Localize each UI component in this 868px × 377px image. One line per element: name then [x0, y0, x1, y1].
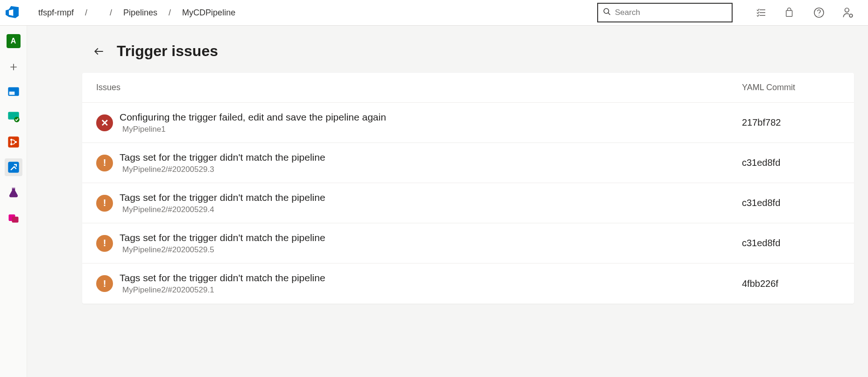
search-icon: [603, 7, 611, 18]
svg-rect-14: [8, 136, 19, 147]
column-header-commit[interactable]: YAML Commit: [742, 83, 840, 92]
table-row[interactable]: !Tags set for the trigger didn't match t…: [82, 223, 854, 263]
column-header-issues[interactable]: Issues: [96, 83, 742, 92]
issue-subtitle: MyPipeline1: [120, 125, 742, 134]
project-avatar: A: [7, 34, 21, 48]
breadcrumb: tfspf-rmpf / / Pipelines / MyCDPipeline: [38, 8, 235, 18]
top-bar-left: tfspf-rmpf / / Pipelines / MyCDPipeline: [6, 6, 235, 19]
issue-title: Tags set for the trigger didn't match th…: [120, 152, 742, 163]
table-row[interactable]: !Tags set for the trigger didn't match t…: [82, 183, 854, 223]
plus-icon: ＋: [7, 58, 20, 75]
breadcrumb-separator-icon: /: [110, 8, 112, 18]
breadcrumb-item-pipelines[interactable]: Pipelines: [123, 8, 157, 18]
page-title: Trigger issues: [117, 43, 218, 60]
issue-text-cell: Tags set for the trigger didn't match th…: [120, 192, 742, 214]
commit-hash[interactable]: c31ed8fd: [742, 157, 840, 168]
status-cell: !: [96, 275, 120, 292]
azure-devops-logo-icon[interactable]: [6, 6, 19, 19]
issue-title: Tags set for the trigger didn't match th…: [120, 192, 742, 203]
issue-text-cell: Tags set for the trigger didn't match th…: [120, 152, 742, 174]
svg-line-1: [608, 13, 610, 15]
rail-pipelines-icon[interactable]: [5, 158, 22, 176]
commit-hash[interactable]: 4fbb226f: [742, 278, 840, 289]
marketplace-icon[interactable]: [784, 7, 796, 19]
issue-subtitle: MyPipeline2/#20200529.5: [120, 245, 742, 255]
rail-test-plans-icon[interactable]: [5, 184, 22, 201]
left-rail: A ＋: [0, 26, 27, 377]
commit-hash[interactable]: c31ed8fd: [742, 238, 840, 249]
warning-icon: !: [96, 275, 113, 292]
status-cell: !: [96, 235, 120, 252]
breadcrumb-separator-icon: /: [169, 8, 171, 18]
search-box[interactable]: [597, 3, 733, 22]
back-button[interactable]: [92, 45, 106, 58]
issue-title: Tags set for the trigger didn't match th…: [120, 272, 742, 284]
commit-hash[interactable]: 217bf782: [742, 117, 840, 128]
svg-rect-19: [12, 187, 15, 188]
table-header: Issues YAML Commit: [82, 73, 854, 103]
status-cell: !: [96, 155, 120, 171]
status-cell: !: [96, 195, 120, 212]
rail-new-button[interactable]: ＋: [5, 57, 22, 75]
breadcrumb-separator-icon: /: [85, 8, 87, 18]
search-input[interactable]: [615, 8, 727, 17]
page-header: Trigger issues: [27, 26, 868, 73]
svg-point-0: [604, 8, 609, 14]
body: A ＋ Trigger issues Iss: [0, 26, 868, 377]
table-row[interactable]: ✕Configuring the trigger failed, edit an…: [82, 103, 854, 143]
issues-card: Issues YAML Commit ✕Configuring the trig…: [82, 73, 854, 304]
issue-subtitle: MyPipeline2/#20200529.4: [120, 205, 742, 214]
error-icon: ✕: [96, 114, 113, 131]
table-row[interactable]: !Tags set for the trigger didn't match t…: [82, 143, 854, 183]
svg-point-16: [10, 143, 13, 145]
top-bar: tfspf-rmpf / / Pipelines / MyCDPipeline: [0, 0, 868, 26]
warning-icon: !: [96, 155, 113, 171]
warning-icon: !: [96, 195, 113, 212]
commit-hash[interactable]: c31ed8fd: [742, 198, 840, 208]
issue-subtitle: MyPipeline2/#20200529.3: [120, 165, 742, 174]
top-bar-actions: [755, 7, 854, 19]
issue-title: Tags set for the trigger didn't match th…: [120, 232, 742, 243]
svg-rect-5: [786, 10, 792, 16]
svg-rect-21: [12, 217, 18, 223]
breadcrumb-item-pipeline-name[interactable]: MyCDPipeline: [182, 8, 235, 18]
table-row[interactable]: !Tags set for the trigger didn't match t…: [82, 263, 854, 304]
list-icon[interactable]: [755, 7, 767, 19]
rail-workitems-icon[interactable]: [5, 108, 22, 126]
rail-repos-icon[interactable]: [5, 133, 22, 151]
issue-text-cell: Configuring the trigger failed, edit and…: [120, 112, 742, 134]
issue-text-cell: Tags set for the trigger didn't match th…: [120, 232, 742, 255]
table-body: ✕Configuring the trigger failed, edit an…: [82, 103, 854, 304]
issue-title: Configuring the trigger failed, edit and…: [120, 112, 742, 123]
rail-artifacts-icon[interactable]: [5, 209, 22, 227]
issue-text-cell: Tags set for the trigger didn't match th…: [120, 272, 742, 295]
rail-boards-icon[interactable]: [5, 83, 22, 100]
breadcrumb-item-project[interactable]: tfspf-rmpf: [38, 8, 74, 18]
svg-point-8: [845, 8, 849, 12]
warning-icon: !: [96, 235, 113, 252]
svg-point-7: [819, 15, 819, 16]
svg-rect-11: [9, 92, 14, 95]
issue-subtitle: MyPipeline2/#20200529.1: [120, 285, 742, 295]
rail-project-tile[interactable]: A: [5, 32, 22, 50]
user-settings-icon[interactable]: [842, 7, 854, 19]
help-icon[interactable]: [813, 7, 825, 19]
svg-point-15: [10, 139, 13, 141]
main-content: Trigger issues Issues YAML Commit ✕Confi…: [27, 26, 868, 377]
status-cell: ✕: [96, 114, 120, 131]
